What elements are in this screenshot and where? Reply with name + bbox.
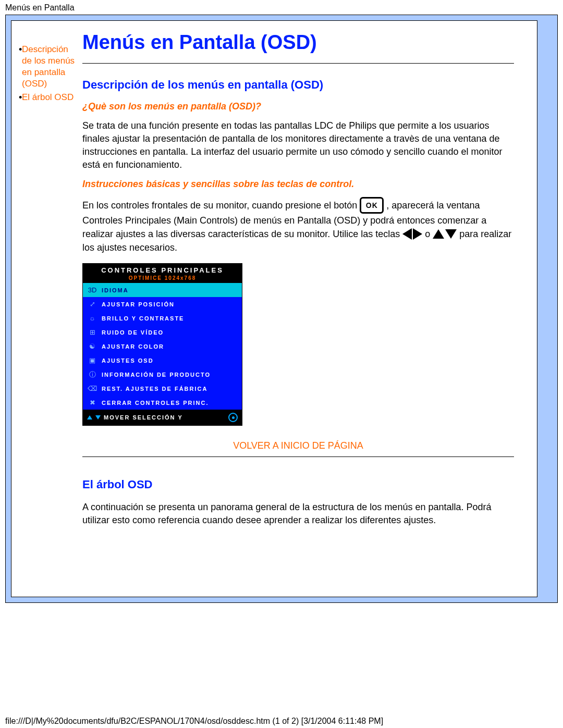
paragraph-intro: Se trata de una función presente en toda…	[82, 119, 514, 171]
paragraph-controls: En los controles frontales de su monitor…	[82, 197, 514, 254]
osd-item-icon: ☼	[87, 314, 97, 322]
question-que-son: ¿Què son los menús en pantalla (OSD)?	[82, 101, 514, 112]
text-part-c: o	[425, 229, 433, 239]
page-header: Menús en Pantalla	[0, 0, 563, 15]
osd-item-label: INFORMACIÓN DE PRODUCTO	[97, 372, 211, 378]
osd-up-arrow-icon	[87, 415, 92, 419]
osd-menu-item: ⊞RUIDO DE VÍDEO	[83, 325, 242, 339]
osd-item-label: AJUSTAR COLOR	[97, 343, 164, 350]
osd-menu-item: ⌫REST. AJUSTES DE FÁBRICA	[83, 381, 242, 396]
osd-item-icon: ⤢	[87, 300, 97, 308]
osd-item-label: AJUSTES OSD	[97, 357, 154, 364]
question-instrucciones: Instrucciones básicas y sencillas sobre …	[82, 179, 514, 190]
outer-frame: • Descripción de los menús en pantalla (…	[5, 15, 558, 603]
ok-button-icon: OK	[360, 197, 384, 214]
osd-confirm-icon	[228, 413, 238, 422]
osd-menu-item: ▣AJUSTES OSD	[83, 353, 242, 367]
osd-menu-item: 3DIDIOMA	[83, 283, 242, 297]
osd-footer-label: MOVER SELECCIÓN Y	[104, 414, 183, 421]
osd-item-icon: ⊞	[87, 328, 97, 336]
osd-item-icon: ✖	[87, 399, 97, 406]
osd-menu-screenshot: CONTROLES PRINCIPALES OPTIMICE 1024x768 …	[82, 263, 242, 426]
osd-footer: MOVER SELECCIÓN Y	[83, 410, 242, 425]
osd-menu-item: ✖CERRAR CONTROLES PRINC.	[83, 396, 242, 410]
nav-link-arbol[interactable]: El árbol OSD	[22, 92, 74, 103]
osd-item-label: IDIOMA	[97, 287, 129, 293]
osd-item-label: AJUSTAR POSICIÓN	[97, 301, 175, 307]
nav-link-descripcion[interactable]: Descripción de los menús en pantalla (OS…	[22, 44, 77, 90]
section-descripcion-title: Descripción de los menús en pantalla (OS…	[82, 78, 514, 92]
text-part-a: En los controles frontales de su monitor…	[82, 200, 360, 211]
osd-header: CONTROLES PRINCIPALES	[83, 264, 242, 275]
osd-menu-item: ☼BRILLO Y CONTRASTE	[83, 311, 242, 325]
divider	[82, 456, 514, 457]
osd-item-icon: ⓘ	[87, 370, 97, 379]
osd-item-label: RUIDO DE VÍDEO	[97, 329, 164, 336]
left-right-arrows-icon	[402, 228, 422, 240]
osd-item-icon: ☯	[87, 342, 97, 350]
osd-item-icon: ⌫	[87, 385, 97, 392]
nav-item-arbol[interactable]: • El árbol OSD	[19, 92, 77, 103]
back-to-top-link[interactable]: VOLVER A INICIO DE PÁGINA	[233, 440, 363, 451]
paragraph-arbol: A continuación se presenta un panorama g…	[82, 501, 514, 527]
nav-item-descripcion[interactable]: • Descripción de los menús en pantalla (…	[19, 44, 77, 90]
osd-subheader: OPTIMICE 1024x768	[83, 275, 242, 283]
inner-frame: • Descripción de los menús en pantalla (…	[11, 20, 537, 597]
osd-item-label: CERRAR CONTROLES PRINC.	[97, 400, 209, 406]
back-to-top-container: VOLVER A INICIO DE PÁGINA	[82, 440, 514, 451]
osd-item-icon: ▣	[87, 356, 97, 364]
content-area: Menús en Pantalla (OSD) Descripción de l…	[77, 28, 530, 534]
osd-down-arrow-icon	[95, 415, 101, 419]
osd-menu-item: ☯AJUSTAR COLOR	[83, 339, 242, 353]
left-nav: • Descripción de los menús en pantalla (…	[19, 28, 77, 105]
up-down-arrows-icon	[433, 229, 457, 239]
osd-menu-item: ⓘINFORMACIÓN DE PRODUCTO	[83, 367, 242, 381]
footer-file-path: file:///D|/My%20documents/dfu/B2C/ESPANO…	[5, 717, 383, 726]
osd-body: 3DIDIOMA⤢AJUSTAR POSICIÓN☼BRILLO Y CONTR…	[83, 283, 242, 410]
osd-menu-item: ⤢AJUSTAR POSICIÓN	[83, 297, 242, 311]
page-title: Menús en Pantalla (OSD)	[82, 31, 514, 54]
osd-item-label: REST. AJUSTES DE FÁBRICA	[97, 386, 207, 392]
osd-item-label: BRILLO Y CONTRASTE	[97, 315, 184, 322]
section-arbol-title: El árbol OSD	[82, 478, 514, 491]
osd-item-icon: 3D	[87, 286, 97, 294]
divider	[82, 63, 514, 64]
